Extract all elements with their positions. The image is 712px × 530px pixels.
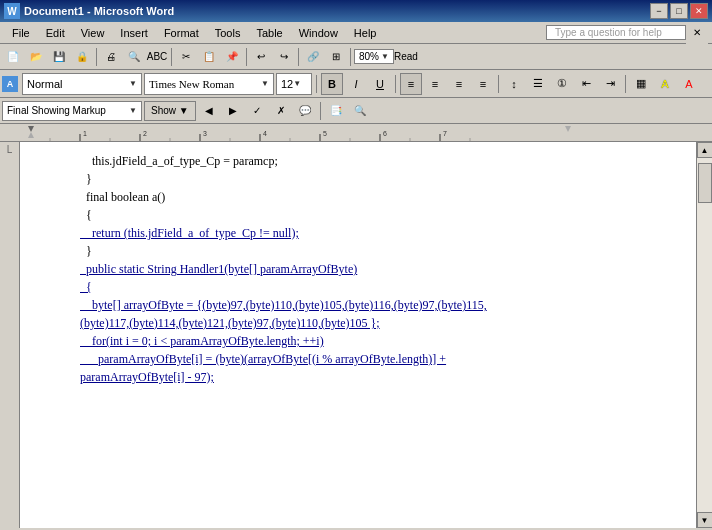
maximize-button[interactable]: □	[670, 3, 688, 19]
menu-help[interactable]: Help	[346, 25, 385, 41]
page-content[interactable]: this.jdField_a_of_type_Cp = paramcp; } f…	[20, 142, 696, 528]
font-size-value: 12	[281, 78, 293, 90]
save-button[interactable]: 💾	[48, 46, 70, 68]
zoom-arrow: ▼	[381, 52, 389, 61]
zoom-value: 80%	[359, 51, 379, 62]
numbering-button[interactable]: ①	[551, 73, 573, 95]
document-line: byte[] arrayOfByte = {(byte)97,(byte)110…	[80, 296, 646, 314]
separator-2	[171, 48, 172, 66]
review-btn-7[interactable]: 🔍	[349, 100, 371, 122]
markup-arrow: ▼	[129, 106, 137, 115]
border-button[interactable]: ▦	[630, 73, 652, 95]
format-sep-2	[395, 75, 396, 93]
document-area: L this.jdField_a_of_type_Cp = paramcp; }…	[0, 142, 712, 528]
document-line: {	[80, 206, 646, 224]
increase-indent-button[interactable]: ⇥	[599, 73, 621, 95]
print-button[interactable]: 🖨	[100, 46, 122, 68]
document-line: return (this.jdField_a_of_type_Cp != nul…	[80, 224, 646, 242]
font-value: Times New Roman	[149, 78, 259, 90]
line-spacing-button[interactable]: ↕	[503, 73, 525, 95]
review-btn-2[interactable]: ▶	[222, 100, 244, 122]
review-toolbar: Final Showing Markup ▼ Show ▼ ◀ ▶ ✓ ✗ 💬 …	[0, 98, 712, 124]
highlight-button[interactable]: A	[654, 73, 676, 95]
spell-button[interactable]: ABC	[146, 46, 168, 68]
bullets-button[interactable]: ☰	[527, 73, 549, 95]
format-sep-3	[498, 75, 499, 93]
scroll-track[interactable]	[697, 158, 713, 512]
undo-button[interactable]: ↩	[250, 46, 272, 68]
markup-dropdown[interactable]: Final Showing Markup ▼	[2, 101, 142, 121]
hyperlink-button[interactable]: 🔗	[302, 46, 324, 68]
help-search-box[interactable]: Type a question for help	[546, 25, 686, 40]
font-dropdown[interactable]: Times New Roman ▼	[144, 73, 274, 95]
scroll-thumb[interactable]	[698, 163, 712, 203]
svg-text:3: 3	[203, 130, 207, 137]
menu-format[interactable]: Format	[156, 25, 207, 41]
close-help-button[interactable]: ✕	[686, 22, 708, 44]
separator-5	[350, 48, 351, 66]
svg-text:6: 6	[383, 130, 387, 137]
size-arrow: ▼	[293, 79, 301, 88]
style-value: Normal	[27, 78, 127, 90]
italic-button[interactable]: I	[345, 73, 367, 95]
menu-file[interactable]: File	[4, 25, 38, 41]
review-btn-3[interactable]: ✓	[246, 100, 268, 122]
minimize-button[interactable]: −	[650, 3, 668, 19]
menu-table[interactable]: Table	[248, 25, 290, 41]
open-button[interactable]: 📂	[25, 46, 47, 68]
review-btn-5[interactable]: 💬	[294, 100, 316, 122]
cut-button[interactable]: ✂	[175, 46, 197, 68]
menu-edit[interactable]: Edit	[38, 25, 73, 41]
ruler-content: 1 2 3 4 5 6 7	[20, 124, 696, 141]
paste-button[interactable]: 📌	[221, 46, 243, 68]
menu-window[interactable]: Window	[291, 25, 346, 41]
scroll-down-button[interactable]: ▼	[697, 512, 713, 528]
permission-button[interactable]: 🔒	[71, 46, 93, 68]
zoom-selector[interactable]: 80% ▼	[354, 49, 394, 64]
decrease-indent-button[interactable]: ⇤	[575, 73, 597, 95]
format-toolbar: A Normal ▼ Times New Roman ▼ 12 ▼ B I U …	[0, 70, 712, 98]
justify-button[interactable]: ≡	[472, 73, 494, 95]
title-bar: W Document1 - Microsoft Word − □ ✕	[0, 0, 712, 22]
scrollbar[interactable]: ▲ ▼	[696, 142, 712, 528]
bold-button[interactable]: B	[321, 73, 343, 95]
align-right-button[interactable]: ≡	[448, 73, 470, 95]
left-margin: L	[0, 142, 20, 528]
align-center-button[interactable]: ≡	[424, 73, 446, 95]
review-sep	[320, 102, 321, 120]
svg-text:5: 5	[323, 130, 327, 137]
close-button[interactable]: ✕	[690, 3, 708, 19]
preview-button[interactable]: 🔍	[123, 46, 145, 68]
show-label: Show ▼	[151, 105, 189, 116]
copy-button[interactable]: 📋	[198, 46, 220, 68]
scroll-up-button[interactable]: ▲	[697, 142, 713, 158]
menu-view[interactable]: View	[73, 25, 113, 41]
window-controls: − □ ✕	[650, 3, 708, 19]
underline-button[interactable]: U	[369, 73, 391, 95]
document-line: public static String Handler1(byte[] par…	[80, 260, 646, 278]
style-icon: A	[2, 76, 18, 92]
size-dropdown[interactable]: 12 ▼	[276, 73, 312, 95]
app-icon: W	[4, 3, 20, 19]
redo-button[interactable]: ↪	[273, 46, 295, 68]
new-button[interactable]: 📄	[2, 46, 24, 68]
review-btn-4[interactable]: ✗	[270, 100, 292, 122]
menu-tools[interactable]: Tools	[207, 25, 249, 41]
menu-insert[interactable]: Insert	[112, 25, 156, 41]
review-btn-6[interactable]: 📑	[325, 100, 347, 122]
ruler: 1 2 3 4 5 6 7	[0, 124, 712, 142]
main-toolbar: 📄 📂 💾 🔒 🖨 🔍 ABC ✂ 📋 📌 ↩ ↪ 🔗 ⊞ 80% ▼ Read	[0, 44, 712, 70]
style-dropdown[interactable]: Normal ▼	[22, 73, 142, 95]
document-line: }	[80, 170, 646, 188]
document-line: (byte)117,(byte)114,(byte)121,(byte)97,(…	[80, 314, 646, 332]
read-button[interactable]: Read	[395, 46, 417, 68]
show-button[interactable]: Show ▼	[144, 101, 196, 121]
document-line: final boolean a()	[80, 188, 646, 206]
ruler-svg: 1 2 3 4 5 6 7	[20, 124, 696, 142]
font-color-button[interactable]: A	[678, 73, 700, 95]
svg-text:4: 4	[263, 130, 267, 137]
review-btn-1[interactable]: ◀	[198, 100, 220, 122]
menu-bar: File Edit View Insert Format Tools Table…	[0, 22, 712, 44]
table-button[interactable]: ⊞	[325, 46, 347, 68]
align-left-button[interactable]: ≡	[400, 73, 422, 95]
